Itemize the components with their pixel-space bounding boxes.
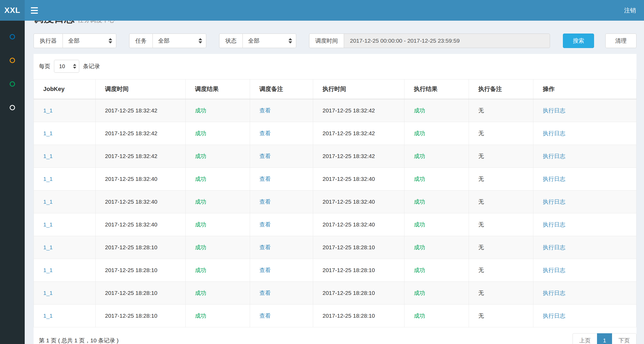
trigger-remark-link[interactable]: 查看 — [259, 199, 271, 205]
trigger-remark-link[interactable]: 查看 — [259, 153, 271, 159]
jobkey-link[interactable]: 1_1 — [43, 221, 53, 228]
jobkey-link[interactable]: 1_1 — [43, 130, 53, 136]
handle-result-cell: 成功 — [404, 99, 469, 122]
sidebar-item-4[interactable] — [0, 96, 25, 119]
column-header-handle-remark: 执行备注 — [469, 79, 533, 99]
trigger-remark-link[interactable]: 查看 — [259, 244, 271, 250]
prev-page-button[interactable]: 上页 — [573, 333, 597, 344]
logout-button[interactable]: 注销 — [616, 0, 644, 21]
job-select[interactable]: 全部 — [153, 34, 206, 48]
jobkey-link[interactable]: 1_1 — [43, 176, 53, 182]
table-row: 1_12017-12-25 18:32:40成功查看2017-12-25 18:… — [34, 191, 636, 213]
trigger-time-cell: 2017-12-25 18:32:42 — [96, 145, 186, 168]
next-page-button[interactable]: 下页 — [612, 333, 636, 344]
select-arrows-icon — [108, 38, 112, 43]
handle-remark-cell: 无 — [469, 122, 533, 145]
log-panel: 每页 10 条记录 JobKey 调度时间 调度结果 调度备注 执行时间 执行结… — [34, 54, 636, 344]
trigger-remark-link[interactable]: 查看 — [259, 313, 271, 319]
table-row: 1_12017-12-25 18:28:10成功查看2017-12-25 18:… — [34, 259, 636, 282]
handle-time-cell: 2017-12-25 18:32:42 — [313, 122, 404, 145]
pagination-summary: 第 1 页 ( 总共 1 页，10 条记录 ) — [39, 337, 118, 344]
trigger-remark-link[interactable]: 查看 — [259, 290, 271, 296]
handle-result-cell: 成功 — [404, 213, 469, 236]
job-select-value: 全部 — [158, 37, 169, 45]
sidebar-toggle-button[interactable] — [25, 0, 44, 21]
execute-log-link[interactable]: 执行日志 — [543, 153, 565, 159]
log-table: JobKey 调度时间 调度结果 调度备注 执行时间 执行结果 执行备注 操作 … — [34, 79, 636, 327]
jobkey-link[interactable]: 1_1 — [43, 199, 53, 205]
trigger-time-cell: 2017-12-25 18:32:40 — [96, 191, 186, 213]
jobkey-link[interactable]: 1_1 — [43, 107, 53, 114]
handle-result-cell: 成功 — [404, 191, 469, 213]
page-size-prefix: 每页 — [39, 63, 50, 70]
execute-log-link[interactable]: 执行日志 — [543, 130, 565, 136]
execute-log-link[interactable]: 执行日志 — [543, 290, 565, 296]
select-arrows-icon — [198, 38, 202, 43]
trigger-remark-link[interactable]: 查看 — [259, 107, 271, 114]
status-select[interactable]: 全部 — [243, 34, 296, 48]
time-range-input[interactable] — [344, 34, 550, 48]
executor-filter-label: 执行器 — [34, 34, 63, 48]
sidebar-item-2[interactable] — [0, 49, 25, 72]
handle-remark-cell: 无 — [469, 259, 533, 282]
trigger-result-cell: 成功 — [186, 99, 250, 122]
execute-log-link[interactable]: 执行日志 — [543, 107, 565, 114]
execute-log-link[interactable]: 执行日志 — [543, 199, 565, 205]
column-header-handle-time: 执行时间 — [313, 79, 404, 99]
handle-result-cell: 成功 — [404, 236, 469, 259]
executor-filter-group: 执行器 全部 — [34, 34, 116, 48]
trigger-result-cell: 成功 — [186, 282, 250, 305]
trigger-time-cell: 2017-12-25 18:28:10 — [96, 305, 186, 327]
sidebar-menu — [0, 21, 25, 119]
table-row: 1_12017-12-25 18:32:42成功查看2017-12-25 18:… — [34, 99, 636, 122]
table-row: 1_12017-12-25 18:32:42成功查看2017-12-25 18:… — [34, 145, 636, 168]
status-filter-label: 状态 — [219, 34, 243, 48]
column-header-action: 操作 — [533, 79, 636, 99]
page-size-control: 每页 10 条记录 — [34, 60, 636, 73]
handle-time-cell: 2017-12-25 18:32:40 — [313, 191, 404, 213]
trigger-result-cell: 成功 — [186, 145, 250, 168]
page-size-suffix: 条记录 — [83, 63, 100, 70]
current-page-button[interactable]: 1 — [597, 333, 612, 344]
jobkey-link[interactable]: 1_1 — [43, 153, 53, 159]
log-table-body: 1_12017-12-25 18:32:42成功查看2017-12-25 18:… — [34, 99, 636, 327]
jobkey-link[interactable]: 1_1 — [43, 244, 53, 250]
trigger-time-cell: 2017-12-25 18:32:42 — [96, 99, 186, 122]
circle-icon — [10, 81, 15, 87]
jobkey-link[interactable]: 1_1 — [43, 267, 53, 273]
table-row: 1_12017-12-25 18:28:10成功查看2017-12-25 18:… — [34, 236, 636, 259]
select-arrows-icon — [73, 64, 76, 69]
column-header-jobkey: JobKey — [34, 79, 96, 99]
trigger-remark-link[interactable]: 查看 — [259, 267, 271, 273]
execute-log-link[interactable]: 执行日志 — [543, 176, 565, 182]
execute-log-link[interactable]: 执行日志 — [543, 267, 565, 273]
handle-result-cell: 成功 — [404, 145, 469, 168]
trigger-result-cell: 成功 — [186, 305, 250, 327]
executor-select[interactable]: 全部 — [63, 34, 116, 48]
sidebar-item-3[interactable] — [0, 72, 25, 96]
trigger-remark-link[interactable]: 查看 — [259, 130, 271, 136]
handle-result-cell: 成功 — [404, 305, 469, 327]
clear-button[interactable]: 清理 — [605, 34, 636, 48]
trigger-remark-link[interactable]: 查看 — [259, 176, 271, 182]
trigger-remark-link[interactable]: 查看 — [259, 221, 271, 228]
filter-bar: 执行器 全部 任务 全部 状态 全部 调度时间 — [34, 34, 636, 48]
sidebar-item-1[interactable] — [0, 25, 25, 49]
main-content: 调度日志任务调度中心 执行器 全部 任务 全部 状态 全部 — [25, 0, 644, 344]
execute-log-link[interactable]: 执行日志 — [543, 313, 565, 319]
handle-remark-cell: 无 — [469, 168, 533, 191]
trigger-time-cell: 2017-12-25 18:28:10 — [96, 259, 186, 282]
app-logo[interactable]: XXL — [0, 0, 25, 21]
execute-log-link[interactable]: 执行日志 — [543, 244, 565, 250]
handle-time-cell: 2017-12-25 18:28:10 — [313, 236, 404, 259]
execute-log-link[interactable]: 执行日志 — [543, 221, 565, 228]
jobkey-link[interactable]: 1_1 — [43, 313, 53, 319]
page-size-select[interactable]: 10 — [54, 60, 79, 73]
time-filter-label: 调度时间 — [309, 34, 344, 48]
pagination-row: 第 1 页 ( 总共 1 页，10 条记录 ) 上页 1 下页 — [34, 333, 636, 344]
trigger-result-cell: 成功 — [186, 191, 250, 213]
search-button[interactable]: 搜索 — [563, 34, 594, 48]
column-header-trigger-time: 调度时间 — [96, 79, 186, 99]
trigger-time-cell: 2017-12-25 18:28:10 — [96, 236, 186, 259]
jobkey-link[interactable]: 1_1 — [43, 290, 53, 296]
